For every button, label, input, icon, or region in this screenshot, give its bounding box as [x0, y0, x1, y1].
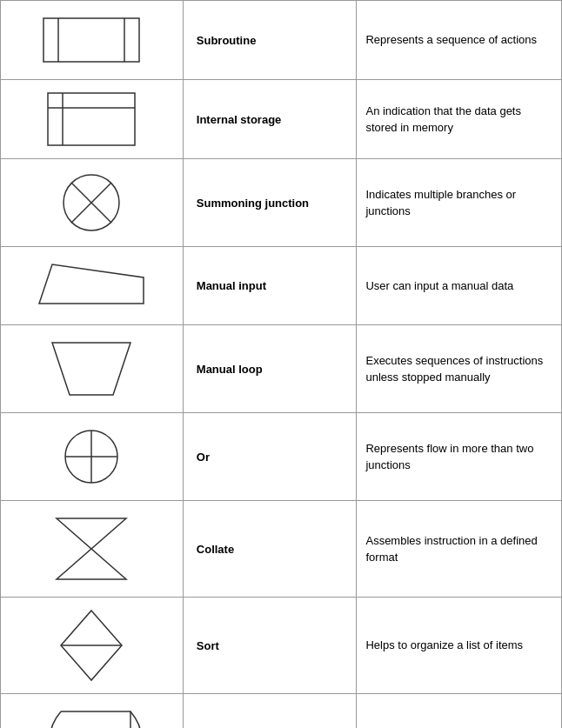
svg-marker-14	[57, 518, 126, 549]
table-row: Or Represents flow in more than two junc…	[1, 413, 562, 501]
svg-rect-3	[48, 93, 135, 145]
subroutine-desc: Represents a sequence of actions	[357, 1, 562, 80]
collate-label: Collate	[183, 501, 357, 598]
summoning-junction-desc: Indicates multiple branches or junctions	[357, 159, 562, 247]
table-row: Manual loop Executes sequences of instru…	[1, 325, 562, 413]
subroutine-icon	[1, 1, 184, 80]
manual-input-icon	[1, 247, 184, 325]
data-storage-desc: A stage where data is stored	[357, 694, 562, 729]
collate-desc: Assembles instruction in a defined forma…	[357, 501, 562, 598]
manual-input-label: Manual input	[183, 247, 357, 325]
table-row: Subroutine Represents a sequence of acti…	[1, 1, 562, 80]
data-storage-label: Data storage	[183, 694, 357, 729]
or-label: Or	[183, 413, 357, 501]
summoning-junction-icon	[1, 159, 184, 247]
table-row: Data storage A stage where data is store…	[1, 694, 562, 729]
table-row: Collate Assembles instruction in a defin…	[1, 501, 562, 598]
manual-loop-desc: Executes sequences of instructions unles…	[357, 325, 562, 413]
svg-marker-15	[57, 549, 126, 579]
manual-input-desc: User can input a manual data	[357, 247, 562, 325]
collate-icon	[1, 501, 184, 598]
manual-loop-icon	[1, 325, 184, 413]
table-row: Summoning junction Indicates multiple br…	[1, 159, 562, 247]
data-storage-icon	[1, 694, 184, 729]
table-row: Sort Helps to organize a list of items	[1, 598, 562, 694]
sort-icon	[1, 598, 184, 694]
internal-storage-label: Internal storage	[183, 80, 357, 159]
table-row: Internal storage An indication that the …	[1, 80, 562, 159]
subroutine-label: Subroutine	[183, 1, 357, 80]
sort-desc: Helps to organize a list of items	[357, 598, 562, 694]
internal-storage-icon	[1, 80, 184, 159]
svg-marker-10	[52, 343, 130, 395]
manual-loop-label: Manual loop	[183, 325, 357, 413]
table-row: Manual input User can input a manual dat…	[1, 247, 562, 325]
internal-storage-desc: An indication that the data gets stored …	[357, 80, 562, 159]
or-icon	[1, 413, 184, 501]
or-desc: Represents flow in more than two junctio…	[357, 413, 562, 501]
summoning-junction-label: Summoning junction	[183, 159, 357, 247]
sort-label: Sort	[183, 598, 357, 694]
svg-marker-9	[39, 264, 144, 304]
